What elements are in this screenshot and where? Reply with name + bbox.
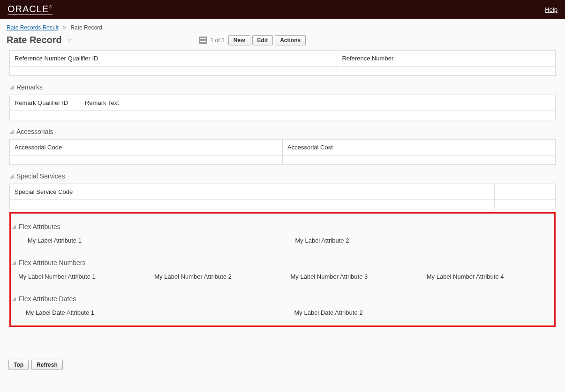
section-label: Remarks	[16, 83, 43, 91]
table-row	[10, 67, 556, 76]
flex-attr-1-label: My Label Attribute 1	[28, 237, 82, 244]
cell-remark-qual-id	[10, 111, 80, 120]
flex-num-2-label: My Label Number Attribute 2	[154, 273, 232, 280]
list-view-icon[interactable]	[199, 37, 207, 44]
help-link[interactable]: Help	[545, 6, 557, 13]
col-ref-qual-id: Reference Number Qualifier ID	[10, 51, 337, 67]
expand-icon[interactable]	[9, 174, 14, 178]
flex-attributes-row: My Label Attribute 1 My Label Attribute …	[12, 234, 553, 248]
flex-numbers-row: My Label Number Attribute 1 My Label Num…	[12, 270, 553, 284]
col-remark-qual-id: Remark Qualifier ID	[10, 95, 80, 111]
brand-text: ORACLE	[8, 4, 49, 14]
section-accessorials: Accessorials	[9, 128, 556, 135]
flex-highlight-box: Flex Attributes My Label Attribute 1 My …	[9, 212, 556, 327]
accessorials-table: Accessorial Code Accessorial Cost	[9, 139, 556, 165]
breadcrumb-current: Rate Record	[70, 24, 102, 31]
section-label: Flex Attribute Dates	[19, 295, 76, 303]
remarks-table: Remark Qualifier ID Remark Text	[9, 95, 556, 120]
flex-attr-2-label: My Label Attribute 2	[295, 237, 349, 244]
table-row	[10, 200, 556, 209]
section-label: Accessorials	[16, 128, 53, 135]
col-ref-num: Reference Number	[337, 51, 556, 67]
new-button[interactable]: New	[228, 35, 250, 45]
section-label: Special Services	[16, 172, 65, 180]
flex-dates-row: My Label Date Attribute 1 My Label Date …	[12, 306, 553, 320]
content-area: Reference Number Qualifier ID Reference …	[0, 50, 565, 355]
section-label: Flex Attribute Numbers	[19, 259, 85, 266]
edit-button[interactable]: Edit	[252, 35, 273, 45]
expand-icon[interactable]	[9, 130, 14, 134]
page-title: Rate Record	[7, 35, 62, 45]
refresh-button[interactable]: Refresh	[31, 360, 63, 370]
flex-date-1-label: My Label Date Attribute 1	[26, 309, 94, 316]
top-bar: ORACLE® Help	[0, 0, 565, 19]
flex-num-3-label: My Label Number Attribute 3	[291, 273, 368, 280]
cell-remark-text	[80, 111, 556, 120]
col-special-service-code: Special Service Code	[10, 184, 495, 200]
main-scroll[interactable]: Rate Records Result > Rate Record Rate R…	[0, 19, 565, 392]
col-remark-text: Remark Text	[80, 95, 556, 111]
col-accessorial-cost: Accessorial Cost	[283, 140, 556, 155]
record-count: 1 of 1	[211, 37, 225, 44]
breadcrumb: Rate Records Result > Rate Record	[0, 19, 565, 33]
section-label: Flex Attributes	[19, 223, 60, 230]
flex-date-2-label: My Label Date Attribute 2	[294, 309, 363, 316]
flex-num-1-label: My Label Number Attribute 1	[18, 273, 96, 280]
cell-special-service-extra	[495, 200, 556, 209]
breadcrumb-parent-link[interactable]: Rate Records Result	[7, 24, 59, 31]
cell-accessorial-code	[10, 155, 283, 165]
special-services-table: Special Service Code	[9, 184, 556, 209]
cell-special-service-code	[10, 200, 495, 209]
cell-ref-num	[337, 67, 556, 76]
flex-num-4-label: My Label Number Attribute 4	[427, 273, 504, 280]
title-row: Rate Record ☆ 1 of 1 New Edit Actions	[0, 33, 565, 50]
section-flex-attribute-numbers: Flex Attribute Numbers	[12, 259, 553, 266]
oracle-logo: ORACLE®	[8, 4, 53, 15]
toolbar: 1 of 1 New Edit Actions	[199, 35, 306, 45]
section-special-services: Special Services	[9, 172, 556, 180]
favorite-star-icon[interactable]: ☆	[67, 36, 73, 44]
bottom-bar: Top Refresh	[0, 355, 565, 375]
breadcrumb-separator: >	[63, 24, 66, 31]
table-row	[10, 111, 556, 120]
section-flex-attributes: Flex Attributes	[12, 223, 553, 230]
col-special-service-extra	[495, 184, 556, 200]
cell-accessorial-cost	[283, 155, 556, 165]
top-button[interactable]: Top	[8, 360, 29, 370]
expand-icon[interactable]	[12, 225, 16, 229]
expand-icon[interactable]	[12, 297, 16, 301]
reference-table: Reference Number Qualifier ID Reference …	[9, 50, 556, 76]
section-flex-attribute-dates: Flex Attribute Dates	[12, 295, 553, 303]
table-row	[10, 155, 556, 165]
expand-icon[interactable]	[12, 261, 16, 265]
col-accessorial-code: Accessorial Code	[10, 140, 283, 155]
cell-ref-qual-id	[10, 67, 337, 76]
expand-icon[interactable]	[9, 85, 14, 89]
logo-underline	[8, 15, 53, 15]
section-remarks: Remarks	[9, 83, 556, 91]
actions-button[interactable]: Actions	[275, 35, 306, 45]
registered-mark: ®	[49, 5, 53, 9]
